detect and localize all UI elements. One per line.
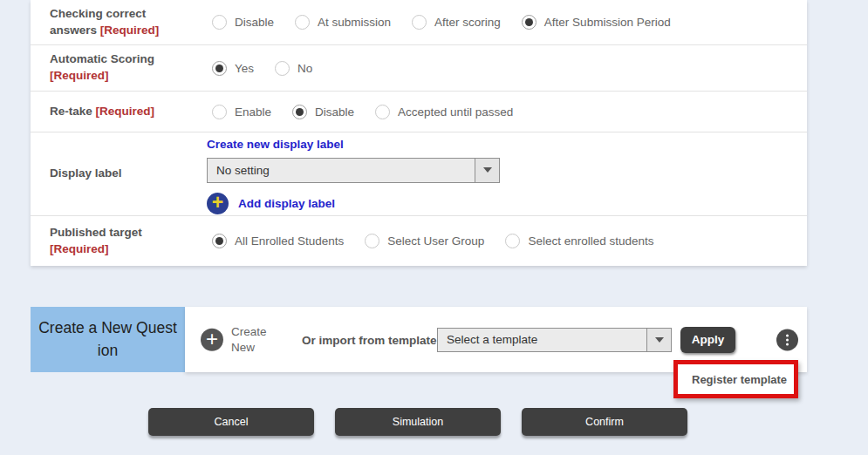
radio-icon <box>275 61 290 76</box>
radio-icon <box>212 61 227 76</box>
radio-icon <box>505 234 520 248</box>
radio-icon <box>375 105 390 119</box>
row-display-label: Display label Create new display label N… <box>31 132 807 216</box>
row-checking-correct-answers: Checking correct answers [Required] Disa… <box>31 0 807 45</box>
radio-icon <box>292 105 307 119</box>
field-label: Re-take <box>50 105 92 118</box>
kebab-icon <box>786 334 789 336</box>
radio-group-scoring: Yes No <box>207 45 807 91</box>
cancel-button[interactable]: Cancel <box>148 408 314 436</box>
confirm-button[interactable]: Confirm <box>522 408 687 436</box>
radio-group-checking: Disable At submission After scoring Afte… <box>207 0 807 44</box>
add-display-label-text: Add display label <box>238 197 335 210</box>
radio-icon <box>412 15 427 30</box>
radio-label: No <box>297 62 312 75</box>
row-label: Checking correct answers [Required] <box>31 0 207 44</box>
radio-option-disable-retake[interactable]: Disable <box>292 105 354 119</box>
annotation-rectangle: Register template <box>673 360 798 398</box>
radio-label: At submission <box>318 16 391 29</box>
row-label: Display label <box>31 132 207 215</box>
chevron-down-icon[interactable] <box>475 159 499 182</box>
required-badge: [Required] <box>100 24 160 37</box>
radio-option-select-user-group[interactable]: Select User Group <box>365 234 484 248</box>
radio-icon <box>212 15 227 30</box>
apply-button[interactable]: Apply <box>680 327 735 353</box>
radio-label: Select User Group <box>387 234 484 248</box>
radio-icon <box>212 105 227 119</box>
radio-option-select-enrolled-students[interactable]: Select enrolled students <box>505 234 653 248</box>
row-automatic-scoring: Automatic Scoring [Required] Yes No <box>31 45 807 92</box>
display-label-controls: Create new display label No setting + Ad… <box>207 132 807 215</box>
simulation-button[interactable]: Simulation <box>335 408 501 436</box>
quiz-settings-panel: Checking correct answers [Required] Disa… <box>31 0 807 266</box>
row-published-target: Published target [Required] All Enrolled… <box>31 216 807 266</box>
required-badge: [Required] <box>50 69 109 82</box>
radio-option-enable[interactable]: Enable <box>212 105 271 119</box>
radio-label: Select enrolled students <box>528 234 653 248</box>
display-label-select-value: No setting <box>208 159 475 182</box>
page: Checking correct answers [Required] Disa… <box>0 0 868 455</box>
row-label: Re-take [Required] <box>31 92 207 132</box>
register-template-menu-item[interactable]: Register template <box>678 373 787 386</box>
radio-option-after-scoring[interactable]: After scoring <box>412 15 501 30</box>
create-new-button[interactable]: + Create New <box>201 323 277 355</box>
field-label: Automatic Scoring <box>50 52 154 65</box>
radio-icon <box>295 15 310 30</box>
radio-icon <box>212 234 227 248</box>
radio-option-disable[interactable]: Disable <box>212 15 274 30</box>
section-title: Create a New Question <box>31 307 185 372</box>
row-label: Published target [Required] <box>31 216 207 266</box>
radio-option-after-submission-period[interactable]: After Submission Period <box>522 15 671 30</box>
plus-icon: + <box>201 329 223 351</box>
radio-group-published-target: All Enrolled Students Select User Group … <box>207 216 807 266</box>
radio-label: Yes <box>235 62 254 75</box>
radio-option-all-enrolled[interactable]: All Enrolled Students <box>212 234 344 248</box>
radio-group-retake: Enable Disable Accepted until passed <box>207 92 807 132</box>
create-new-label: Create New <box>231 323 277 355</box>
kebab-menu-button[interactable] <box>776 329 798 350</box>
radio-label: Disable <box>235 16 274 29</box>
field-label: Display label <box>50 166 122 180</box>
radio-label: Accepted until passed <box>398 105 513 119</box>
row-label: Automatic Scoring [Required] <box>31 45 207 91</box>
radio-option-no[interactable]: No <box>275 61 312 76</box>
template-select[interactable]: Select a template <box>437 328 672 352</box>
plus-icon: + <box>207 193 229 214</box>
radio-icon <box>365 234 379 248</box>
radio-label: Enable <box>235 105 271 119</box>
required-badge: [Required] <box>50 242 109 255</box>
radio-option-accepted-until-passed[interactable]: Accepted until passed <box>375 105 513 119</box>
display-label-select[interactable]: No setting <box>207 158 500 183</box>
row-retake: Re-take [Required] Enable Disable Accept… <box>31 92 807 132</box>
field-label: Published target <box>50 226 142 239</box>
chevron-down-icon[interactable] <box>646 329 671 351</box>
radio-label: All Enrolled Students <box>235 234 344 248</box>
radio-option-yes[interactable]: Yes <box>212 61 254 76</box>
create-new-display-label-link[interactable]: Create new display label <box>207 138 344 151</box>
radio-label: After scoring <box>434 16 501 29</box>
import-from-template-label: Or import from template <box>302 333 437 346</box>
radio-option-at-submission[interactable]: At submission <box>295 15 391 30</box>
add-display-label-button[interactable]: + Add display label <box>207 193 335 214</box>
required-badge: [Required] <box>96 105 155 118</box>
radio-icon <box>522 15 537 30</box>
radio-label: After Submission Period <box>544 16 671 29</box>
template-select-value: Select a template <box>438 329 646 351</box>
radio-label: Disable <box>315 105 354 119</box>
